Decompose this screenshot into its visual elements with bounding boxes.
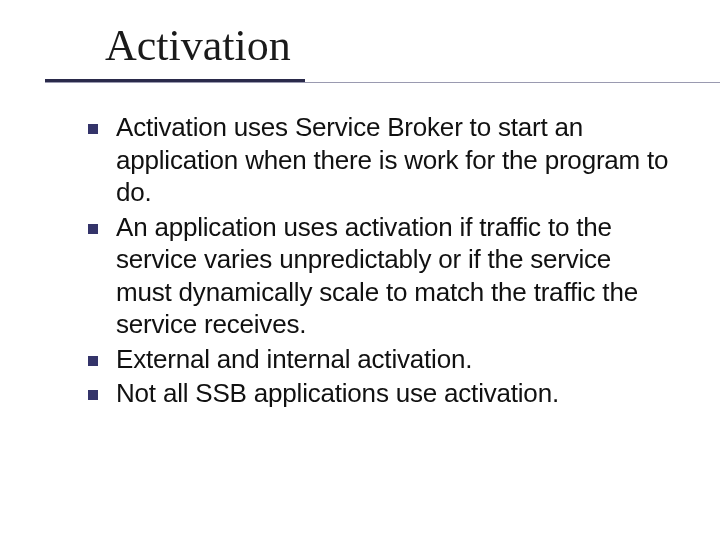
list-item: Activation uses Service Broker to start … [88, 111, 672, 209]
bullet-square-icon [88, 224, 98, 234]
list-item: External and internal activation. [88, 343, 672, 376]
bullet-square-icon [88, 124, 98, 134]
bullet-square-icon [88, 390, 98, 400]
bullet-text: Activation uses Service Broker to start … [116, 111, 672, 209]
slide-title: Activation [105, 20, 690, 71]
bullet-square-icon [88, 356, 98, 366]
list-item: An application uses activation if traffi… [88, 211, 672, 341]
title-line-thin [45, 82, 720, 83]
bullet-text: An application uses activation if traffi… [116, 211, 672, 341]
list-item: Not all SSB applications use activation. [88, 377, 672, 410]
bullet-text: Not all SSB applications use activation. [116, 377, 559, 410]
content-area: Activation uses Service Broker to start … [30, 111, 690, 410]
bullet-text: External and internal activation. [116, 343, 472, 376]
slide-container: Activation Activation uses Service Broke… [0, 0, 720, 540]
title-area: Activation [105, 20, 690, 71]
title-underline [30, 79, 690, 83]
